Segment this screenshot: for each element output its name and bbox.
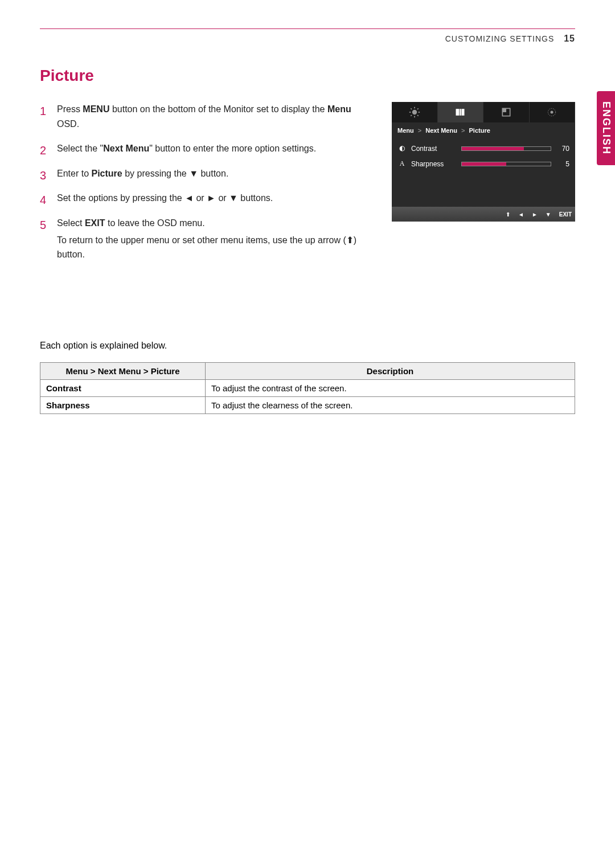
osd-body: ◐ Contrast 70 A Sharpness 5	[392, 138, 575, 207]
contrast-slider	[461, 146, 551, 151]
header-page-number: 15	[564, 34, 575, 43]
step-1: Press MENU button on the bottom of the M…	[40, 102, 375, 131]
opt-desc: To adjust the contrast of the screen.	[206, 379, 575, 396]
svg-rect-11	[462, 109, 465, 116]
step-5: Select EXIT to leave the OSD menu. To re…	[40, 216, 375, 262]
step-4: Set the options by pressing the ◄ or ► o…	[40, 191, 375, 206]
step-5-sub: To return to the upper menu or set other…	[57, 233, 375, 262]
osd-panel: Menu > Next Menu > Picture ◐ Contrast 70…	[392, 102, 575, 222]
contrast-value: 70	[556, 145, 569, 153]
table-intro: Each option is explained below.	[40, 341, 575, 351]
table-head-desc: Description	[206, 362, 575, 379]
osd-row-contrast: ◐ Contrast 70	[392, 141, 575, 156]
svg-line-6	[417, 115, 419, 116]
sharpness-value: 5	[556, 160, 569, 168]
opt-name: Sharpness	[40, 396, 206, 413]
picture-tab-icon	[438, 102, 484, 122]
osd-nav-down-icon: ▼	[546, 211, 551, 218]
opt-desc: To adjust the clearness of the screen.	[206, 396, 575, 413]
osd-breadcrumb: Menu > Next Menu > Picture	[392, 122, 575, 138]
osd-footer: ⬆ ◄ ► ▼ EXIT	[392, 207, 575, 222]
svg-rect-10	[460, 109, 461, 116]
header-section: CUSTOMIZING SETTINGS	[445, 34, 555, 43]
steps-list: Press MENU button on the bottom of the M…	[40, 102, 375, 262]
svg-line-7	[411, 115, 412, 116]
contrast-label: Contrast	[411, 145, 457, 153]
sharpness-label: Sharpness	[411, 160, 457, 168]
osd-nav-right-icon: ►	[532, 211, 538, 218]
svg-rect-9	[456, 109, 460, 116]
osd-exit-label: EXIT	[559, 211, 572, 218]
page-title: Picture	[40, 67, 575, 85]
sharpness-slider	[461, 162, 551, 166]
step-3: Enter to Picture by pressing the ▼ butto…	[40, 166, 375, 181]
settings-tab-icon	[530, 102, 576, 122]
table-row: Sharpness To adjust the clearness of the…	[40, 396, 575, 413]
svg-line-8	[417, 108, 419, 109]
contrast-icon: ◐	[397, 144, 407, 153]
svg-rect-13	[502, 108, 506, 112]
opt-name: Contrast	[40, 379, 206, 396]
options-table: Menu > Next Menu > Picture Description C…	[40, 362, 575, 414]
header-rule	[40, 28, 575, 29]
step-2: Select the "Next Menu" button to enter t…	[40, 141, 375, 156]
svg-point-14	[551, 111, 554, 114]
color-tab-icon	[483, 102, 530, 122]
osd-row-sharpness: A Sharpness 5	[392, 156, 575, 171]
osd-nav-up-icon: ⬆	[506, 211, 510, 218]
svg-point-0	[412, 110, 417, 114]
page-header: CUSTOMIZING SETTINGS 15	[40, 34, 575, 44]
osd-nav-left-icon: ◄	[518, 211, 524, 218]
sharpness-icon: A	[397, 159, 407, 168]
table-head-path: Menu > Next Menu > Picture	[40, 362, 206, 379]
svg-line-5	[411, 108, 412, 109]
brightness-tab-icon	[392, 102, 438, 122]
table-row: Contrast To adjust the contrast of the s…	[40, 379, 575, 396]
osd-tabs	[392, 102, 575, 122]
language-tab: ENGLISH	[597, 91, 615, 165]
